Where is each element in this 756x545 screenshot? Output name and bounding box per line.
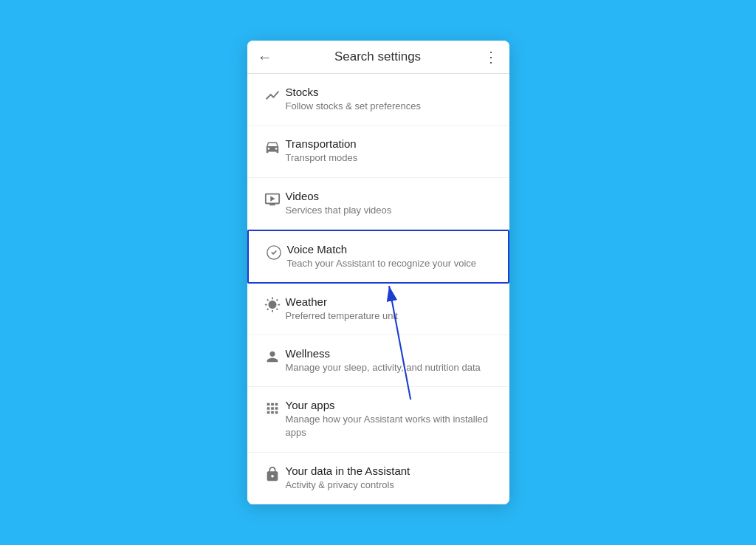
voice-match-title: Voice Match	[287, 243, 496, 256]
stocks-text: Stocks Follow stocks & set preferences	[286, 86, 498, 113]
voice-match-icon	[261, 244, 287, 261]
weather-subtitle: Preferred temperature unit	[286, 309, 498, 323]
trending-up-icon	[259, 87, 286, 103]
setting-item-wellness[interactable]: Wellness Manage your sleep, activity, an…	[247, 335, 509, 387]
stocks-title: Stocks	[286, 86, 498, 98]
wellness-text: Wellness Manage your sleep, activity, an…	[286, 347, 498, 374]
your-apps-title: Your apps	[286, 399, 498, 411]
car-icon	[259, 139, 286, 155]
lock-icon	[259, 466, 286, 482]
your-data-subtitle: Activity & privacy controls	[286, 479, 498, 492]
videos-subtitle: Services that play videos	[286, 204, 498, 217]
transportation-subtitle: Transport modes	[286, 151, 498, 165]
setting-item-your-data[interactable]: Your data in the Assistant Activity & pr…	[247, 453, 509, 504]
setting-item-videos[interactable]: Videos Services that play videos	[247, 178, 509, 230]
more-button[interactable]: ⋮	[484, 48, 499, 66]
weather-text: Weather Preferred temperature unit	[286, 295, 498, 323]
your-data-text: Your data in the Assistant Activity & pr…	[286, 465, 498, 492]
setting-item-your-apps[interactable]: Your apps Manage how your Assistant work…	[247, 387, 509, 452]
weather-title: Weather	[286, 295, 498, 308]
transportation-title: Transportation	[286, 137, 498, 150]
setting-item-stocks[interactable]: Stocks Follow stocks & set preferences	[247, 74, 509, 126]
video-icon	[259, 191, 286, 208]
weather-icon	[259, 297, 286, 313]
videos-title: Videos	[286, 190, 498, 202]
voice-match-subtitle: Teach your Assistant to recognize your v…	[287, 257, 496, 270]
voice-match-text: Voice Match Teach your Assistant to reco…	[287, 243, 496, 270]
wellness-subtitle: Manage your sleep, activity, and nutriti…	[286, 361, 498, 374]
settings-list: Stocks Follow stocks & set preferences T…	[247, 74, 509, 504]
apps-icon	[259, 400, 286, 417]
transportation-text: Transportation Transport modes	[286, 137, 498, 165]
stocks-subtitle: Follow stocks & set preferences	[286, 100, 498, 113]
setting-item-weather[interactable]: Weather Preferred temperature unit	[247, 284, 509, 335]
back-button[interactable]: ←	[258, 49, 272, 66]
top-bar: ← Search settings ⋮	[247, 41, 509, 74]
wellness-title: Wellness	[286, 347, 498, 360]
setting-item-voice-match[interactable]: Voice Match Teach your Assistant to reco…	[247, 230, 509, 284]
phone-container: ← Search settings ⋮ Stocks Follow stocks…	[247, 41, 509, 504]
wellness-icon	[259, 349, 286, 365]
videos-text: Videos Services that play videos	[286, 190, 498, 217]
your-apps-subtitle: Manage how your Assistant works with ins…	[286, 413, 498, 439]
your-data-title: Your data in the Assistant	[286, 465, 498, 477]
setting-item-transportation[interactable]: Transportation Transport modes	[247, 126, 509, 177]
page-title: Search settings	[278, 49, 478, 64]
your-apps-text: Your apps Manage how your Assistant work…	[286, 399, 498, 439]
